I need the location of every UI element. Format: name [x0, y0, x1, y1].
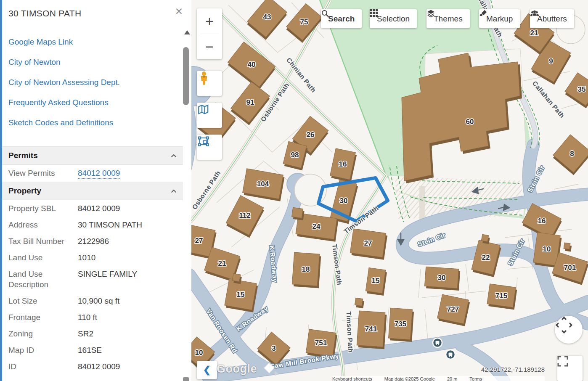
button-label: Themes	[434, 14, 463, 24]
scrollbar-thumb[interactable]	[183, 47, 189, 105]
section-header-property[interactable]: Property	[2, 182, 183, 200]
building-112: 112	[226, 196, 264, 238]
zoom-control: + −	[197, 8, 222, 59]
house-number: 715	[495, 292, 507, 300]
row-value: 10,900 sq ft	[78, 296, 119, 306]
building	[292, 207, 305, 220]
row-value: SR2	[78, 328, 93, 339]
terms-link[interactable]: Terms	[469, 376, 482, 381]
building-30: 30	[424, 267, 460, 291]
bus-stop-icon	[433, 338, 442, 347]
pan-button[interactable]	[555, 316, 583, 344]
house-number: 91	[246, 98, 254, 106]
house-number: 104	[257, 180, 269, 188]
scroll-down-icon[interactable]	[183, 377, 189, 381]
property-row: Land Use DescriptionSINGLE FAMILY	[2, 266, 183, 293]
row-label: Map ID	[8, 345, 78, 355]
house-number: 30	[438, 274, 446, 282]
permits-link[interactable]: 84012 0009	[78, 168, 120, 179]
button-label: Abutters	[537, 14, 567, 24]
house-number: 10	[195, 349, 203, 357]
row-label: Tax Bill Number	[8, 236, 78, 246]
search-button[interactable]: Search	[321, 9, 362, 28]
building-16: 16	[330, 148, 357, 182]
external-links-list: Google Maps LinkCity of NewtonCity of Ne…	[8, 32, 175, 133]
sidebar-link-3[interactable]: Frequently Asked Questions	[8, 93, 175, 113]
row-value: 1010	[78, 252, 95, 263]
chevron-up-icon	[171, 189, 177, 193]
keyboard-shortcuts-link[interactable]: Keyboard shortcuts	[332, 376, 372, 381]
building-727: 727	[437, 294, 470, 326]
button-label: Search	[328, 14, 355, 24]
house-number: 21	[530, 29, 538, 37]
grid-icon	[370, 9, 378, 17]
property-row: ID84012 0009	[2, 358, 183, 375]
property-row: Tax Bill Number2122986	[2, 233, 183, 249]
house-number: 22	[482, 254, 490, 262]
select-extent-button[interactable]	[197, 135, 222, 160]
house-number: 701	[564, 264, 576, 272]
property-row: Lot Size10,900 sq ft	[2, 293, 183, 309]
building-701: 701	[552, 252, 588, 285]
scroll-up-icon[interactable]	[184, 30, 190, 34]
fullscreen-button[interactable]	[557, 356, 583, 381]
row-label: Land Use	[8, 252, 78, 263]
row-value: 84012 0009	[78, 203, 120, 214]
sidebar-link-4[interactable]: Sketch Codes and Definitions	[8, 113, 175, 133]
house-number: 40	[248, 61, 256, 69]
building-35: 35	[565, 73, 588, 108]
sidebar-link-1[interactable]: City of Newton	[8, 52, 175, 72]
basemap-button[interactable]	[197, 103, 222, 128]
row-label: Lot Size	[8, 296, 78, 306]
layers-icon	[426, 9, 435, 18]
markup-button[interactable]: Markup	[479, 9, 520, 28]
row-value: 84012 0009	[78, 361, 120, 372]
pegman-button[interactable]	[197, 71, 222, 96]
building-15: 15	[225, 279, 258, 312]
row-value: 30 TIMSON PATH	[78, 220, 142, 230]
building-75: 75	[286, 3, 322, 43]
map-attribution: Keyboard shortcuts Map data ©2025 Google…	[332, 376, 545, 381]
house-number: 751	[315, 339, 327, 347]
bus-stop-icon	[446, 350, 455, 359]
building-18: 18	[292, 252, 321, 288]
map-canvas[interactable]: 4375409192698161043011224272721181515302…	[191, 0, 588, 381]
button-label: Markup	[486, 14, 513, 24]
house-number: 727	[447, 305, 459, 313]
collapse-sidebar-button[interactable]: ❮	[197, 361, 217, 379]
building-60: 60	[466, 118, 474, 126]
house-number: 16	[538, 217, 546, 225]
zoom-in-button[interactable]: +	[197, 8, 222, 34]
row-value: 110 ft	[78, 312, 97, 323]
chevron-left-icon: ❮	[203, 365, 211, 376]
abutters-button[interactable]: Abutters	[530, 9, 574, 28]
house-number: 43	[263, 13, 271, 21]
close-icon[interactable]: ✕	[175, 7, 183, 16]
section-header-permits[interactable]: Permits	[2, 146, 183, 165]
brush-icon	[479, 9, 487, 18]
house-number: 30	[340, 197, 348, 205]
row-label: Property SBL	[8, 203, 78, 214]
scale-label: 20 m	[447, 376, 457, 381]
street-label: Timson Path	[345, 311, 354, 353]
sidebar-link-0[interactable]: Google Maps Link	[8, 32, 175, 52]
selection-button[interactable]: Selection	[370, 9, 417, 28]
property-row: Land Use1010	[2, 249, 183, 266]
property-row: ZoningSR2	[2, 325, 183, 342]
row-label: Address	[8, 220, 78, 230]
pegman-icon	[197, 71, 211, 85]
row-label: ID	[8, 361, 78, 372]
panel-title: 30 TIMSON PATH	[8, 8, 81, 19]
building-22: 22	[471, 240, 501, 277]
zoom-out-button[interactable]: −	[197, 34, 222, 59]
house-number: 75	[300, 18, 308, 26]
map-container: 4375409192698161043011224272721181515302…	[191, 0, 588, 381]
themes-button[interactable]: Themes	[426, 9, 470, 28]
row-label: Zoning	[8, 328, 78, 339]
house-number: 35	[578, 85, 586, 93]
house-number: 15	[372, 277, 380, 285]
sidebar-link-2[interactable]: City of Newton Assessing Dept.	[8, 72, 175, 93]
fullscreen-icon	[557, 356, 568, 367]
cursor-coordinates: 42.291722,-71.189128	[435, 366, 545, 373]
pan-arrows-icon	[555, 316, 573, 334]
